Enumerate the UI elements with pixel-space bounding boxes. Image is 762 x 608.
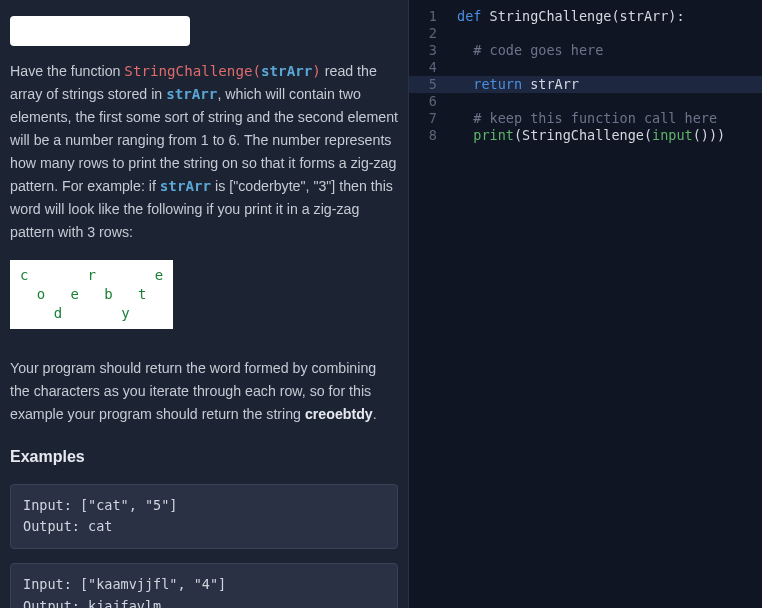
line-number-gutter: 1 2 3 4 5 6 7 8 bbox=[409, 0, 445, 608]
builtin: print bbox=[473, 127, 514, 143]
challenge-title-box bbox=[10, 16, 190, 46]
zigzag-diagram: c r e o e b t d y bbox=[10, 260, 173, 329]
keyword: return bbox=[473, 76, 530, 92]
comment: # code goes here bbox=[473, 42, 603, 58]
indent bbox=[457, 110, 473, 126]
fn-name: StringChallenge bbox=[124, 63, 252, 79]
comment: # keep this function call here bbox=[473, 110, 717, 126]
problem-description-2: Your program should return the word form… bbox=[10, 357, 398, 426]
problem-description: Have the function StringChallenge(strArr… bbox=[10, 60, 398, 244]
line-number: 5 bbox=[409, 76, 437, 93]
code-line[interactable]: return strArr bbox=[457, 76, 762, 93]
code-line[interactable]: # keep this function call here bbox=[457, 110, 762, 127]
line-number: 2 bbox=[409, 25, 437, 42]
problem-panel[interactable]: Have the function StringChallenge(strArr… bbox=[0, 0, 408, 608]
arg-inline: strArr bbox=[166, 86, 217, 102]
line-number: 7 bbox=[409, 110, 437, 127]
app-root: Have the function StringChallenge(strArr… bbox=[0, 0, 762, 608]
code-text: strArr bbox=[530, 76, 579, 92]
indent bbox=[457, 127, 473, 143]
arg-inline: strArr bbox=[160, 178, 211, 194]
fn-arg: strArr bbox=[261, 63, 312, 79]
code-editor[interactable]: 1 2 3 4 5 6 7 8 def StringChallenge(strA… bbox=[408, 0, 762, 608]
expected-output: creoebtdy bbox=[305, 406, 373, 422]
keyword: def bbox=[457, 8, 490, 24]
line-number: 3 bbox=[409, 42, 437, 59]
examples-heading: Examples bbox=[10, 444, 398, 470]
line-number: 1 bbox=[409, 8, 437, 25]
code-line[interactable]: # code goes here bbox=[457, 42, 762, 59]
code-line[interactable]: def StringChallenge(strArr): bbox=[457, 8, 762, 25]
indent bbox=[457, 76, 473, 92]
code-text: ())) bbox=[693, 127, 726, 143]
line-number: 8 bbox=[409, 127, 437, 144]
code-line[interactable]: print(StringChallenge(input())) bbox=[457, 127, 762, 144]
code-line[interactable] bbox=[457, 25, 762, 42]
fn-paren-close: ) bbox=[312, 63, 321, 79]
code-text: (StringChallenge( bbox=[514, 127, 652, 143]
fn-paren-open: ( bbox=[252, 63, 261, 79]
code-area[interactable]: def StringChallenge(strArr): # code goes… bbox=[445, 0, 762, 608]
indent bbox=[457, 42, 473, 58]
example-box: Input: ["kaamvjjfl", "4"] Output: kjajfa… bbox=[10, 563, 398, 608]
code-line[interactable] bbox=[457, 59, 762, 76]
builtin: input bbox=[652, 127, 693, 143]
code-line[interactable] bbox=[457, 93, 762, 110]
example-box: Input: ["cat", "5"] Output: cat bbox=[10, 484, 398, 550]
line-number: 4 bbox=[409, 59, 437, 76]
text: Have the function bbox=[10, 63, 124, 79]
line-number: 6 bbox=[409, 93, 437, 110]
text: . bbox=[373, 406, 377, 422]
code-text: StringChallenge(strArr): bbox=[490, 8, 685, 24]
